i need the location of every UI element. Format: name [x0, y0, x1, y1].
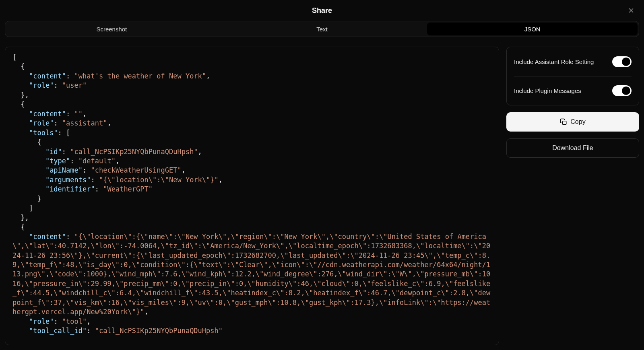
- tab-json[interactable]: JSON: [427, 23, 638, 35]
- copy-button-label: Copy: [570, 118, 585, 126]
- close-icon: [627, 7, 635, 14]
- toggle-knob: [622, 58, 630, 66]
- dialog-header: Share: [0, 0, 644, 21]
- toggle-plugin-messages[interactable]: [612, 85, 632, 96]
- toggle-knob: [622, 86, 630, 95]
- copy-button[interactable]: Copy: [506, 112, 639, 132]
- close-button[interactable]: [625, 5, 637, 16]
- tab-bar: Screenshot Text JSON: [5, 21, 639, 37]
- side-panel: Include Assistant Role Setting Include P…: [506, 47, 639, 345]
- json-scroll[interactable]: [ { "content": "what's the weather of Ne…: [12, 53, 495, 339]
- tab-screenshot[interactable]: Screenshot: [6, 23, 217, 35]
- download-button[interactable]: Download File: [506, 138, 639, 158]
- option-label: Include Assistant Role Setting: [514, 58, 594, 65]
- option-assistant-role: Include Assistant Role Setting: [514, 47, 632, 76]
- options-box: Include Assistant Role Setting Include P…: [506, 47, 639, 105]
- download-button-label: Download File: [552, 144, 593, 152]
- dialog-title: Share: [312, 6, 332, 15]
- option-plugin-messages: Include Plugin Messages: [514, 76, 632, 105]
- tab-text[interactable]: Text: [217, 23, 427, 35]
- tabs-container: Screenshot Text JSON: [0, 21, 644, 37]
- main-content: [ { "content": "what's the weather of Ne…: [0, 37, 644, 350]
- json-pane: [ { "content": "what's the weather of Ne…: [5, 47, 499, 345]
- svg-rect-2: [563, 121, 566, 125]
- copy-icon: [560, 118, 567, 126]
- option-label: Include Plugin Messages: [514, 87, 581, 94]
- toggle-assistant-role[interactable]: [612, 56, 632, 67]
